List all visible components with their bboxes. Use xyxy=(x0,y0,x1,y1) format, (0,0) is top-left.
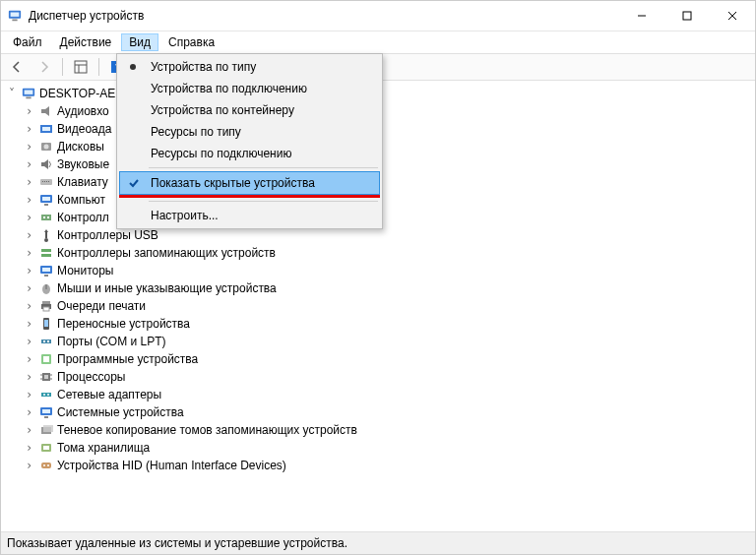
view-show-hidden-devices[interactable]: Показать скрытые устройства xyxy=(119,171,380,195)
svg-rect-28 xyxy=(44,204,48,206)
storage-icon xyxy=(38,245,54,261)
svg-rect-44 xyxy=(44,320,48,327)
tree-item[interactable]: ›Мониторы xyxy=(3,262,755,279)
expand-icon[interactable]: › xyxy=(23,123,35,136)
svg-rect-47 xyxy=(47,340,49,342)
view-devices-by-connection[interactable]: Устройства по подключению xyxy=(119,78,380,99)
svg-rect-63 xyxy=(43,425,53,432)
window-title: Диспетчер устройств xyxy=(29,9,144,23)
expand-icon[interactable]: › xyxy=(23,141,35,154)
tree-item[interactable]: ›Процессоры xyxy=(3,368,755,386)
menu-action[interactable]: Действие xyxy=(52,33,120,51)
check-icon xyxy=(126,175,142,191)
view-customize[interactable]: Настроить... xyxy=(119,205,380,226)
menu-label: Показать скрытые устройства xyxy=(151,176,315,190)
audio-icon xyxy=(38,103,54,119)
expand-icon[interactable]: › xyxy=(23,460,35,472)
computer-icon xyxy=(38,192,54,208)
svg-rect-31 xyxy=(47,216,49,218)
svg-rect-37 xyxy=(44,275,48,277)
tree-item-label: Системные устройства xyxy=(57,403,184,421)
tree-item[interactable]: ›Порты (COM и LPT) xyxy=(3,333,755,350)
tree-item-label: Мыши и иные указывающие устройства xyxy=(57,279,277,297)
tree-item-label: Программные устройства xyxy=(57,350,198,368)
expand-icon[interactable]: ˅ xyxy=(5,88,18,100)
tree-item-label: Процессоры xyxy=(57,368,126,386)
toolbar-separator xyxy=(98,58,99,76)
forward-button[interactable] xyxy=(32,55,56,79)
tree-item-label: Переносные устройства xyxy=(57,315,190,333)
expand-icon[interactable]: › xyxy=(23,389,35,401)
expand-icon[interactable]: › xyxy=(23,212,35,224)
expand-icon[interactable]: › xyxy=(23,336,35,348)
expand-icon[interactable]: › xyxy=(23,247,35,260)
svg-rect-17 xyxy=(42,127,50,131)
sound-icon xyxy=(38,156,54,172)
view-devices-by-type[interactable]: Устройства по типу xyxy=(119,56,380,78)
volume-icon xyxy=(38,440,54,456)
expand-icon[interactable]: › xyxy=(23,176,35,189)
computer-icon xyxy=(21,86,36,101)
expand-icon[interactable]: › xyxy=(23,158,35,171)
svg-rect-4 xyxy=(683,12,691,20)
expand-icon[interactable]: › xyxy=(23,318,35,331)
view-devices-by-container[interactable]: Устройства по контейнеру xyxy=(119,99,380,121)
disk-icon xyxy=(38,139,54,154)
svg-rect-61 xyxy=(44,416,48,418)
tree-item[interactable]: ›Программные устройства xyxy=(3,350,755,368)
tree-item[interactable]: ›Мыши и иные указывающие устройства xyxy=(3,279,755,297)
svg-rect-45 xyxy=(41,339,51,343)
svg-point-68 xyxy=(47,464,49,466)
minimize-button[interactable] xyxy=(619,1,664,31)
printer-icon xyxy=(38,298,54,314)
tree-item[interactable]: ›Теневое копирование томов запоминающих … xyxy=(3,421,755,439)
usb-icon xyxy=(38,227,54,243)
tree-root-label: DESKTOP-AE xyxy=(39,85,115,102)
svg-rect-40 xyxy=(42,301,50,304)
expand-icon[interactable]: › xyxy=(23,406,35,419)
expand-icon[interactable]: › xyxy=(23,442,35,455)
svg-rect-20 xyxy=(41,162,44,166)
menu-view[interactable]: Вид xyxy=(121,33,158,51)
close-button[interactable] xyxy=(710,1,755,31)
show-tree-button[interactable] xyxy=(69,55,93,79)
expand-icon[interactable]: › xyxy=(23,194,35,207)
tree-item-label: Теневое копирование томов запоминающих у… xyxy=(57,421,357,439)
statusbar-text: Показывает удаленные из системы и устаре… xyxy=(7,536,347,550)
expand-icon[interactable]: › xyxy=(23,371,35,384)
svg-point-67 xyxy=(43,464,45,466)
menu-file[interactable]: Файл xyxy=(5,33,50,51)
ports-icon xyxy=(38,334,54,349)
view-resources-by-type[interactable]: Ресурсы по типу xyxy=(119,121,380,143)
menubar: Файл Действие Вид Справка xyxy=(1,31,755,53)
tree-item[interactable]: ›Переносные устройства xyxy=(3,315,755,333)
tree-item[interactable]: ›Сетевые адаптеры xyxy=(3,386,755,403)
tree-item[interactable]: ›Контроллеры запоминающих устройств xyxy=(3,244,755,262)
expand-icon[interactable]: › xyxy=(23,265,35,278)
expand-icon[interactable]: › xyxy=(23,353,35,366)
svg-rect-30 xyxy=(43,216,45,218)
menu-label: Ресурсы по подключению xyxy=(151,147,291,160)
view-resources-by-connection[interactable]: Ресурсы по подключению xyxy=(119,143,380,164)
tree-item[interactable]: ›Очереди печати xyxy=(3,297,755,315)
tree-item[interactable]: ›Тома хранилища xyxy=(3,439,755,457)
expand-icon[interactable]: › xyxy=(23,229,35,242)
svg-rect-23 xyxy=(44,181,45,182)
expand-icon[interactable]: › xyxy=(23,300,35,313)
tree-item-label: Аудиовхо xyxy=(57,102,109,120)
svg-rect-65 xyxy=(43,446,49,450)
expand-icon[interactable]: › xyxy=(23,282,35,295)
expand-icon[interactable]: › xyxy=(23,105,35,118)
expand-icon[interactable]: › xyxy=(23,424,35,437)
svg-rect-2 xyxy=(12,20,17,22)
tree-item[interactable]: ›Системные устройства xyxy=(3,403,755,421)
hid-icon xyxy=(38,458,54,473)
back-button[interactable] xyxy=(5,55,29,79)
tree-item[interactable]: ›Устройства HID (Human Interface Devices… xyxy=(3,457,755,474)
mouse-icon xyxy=(38,280,54,296)
svg-rect-46 xyxy=(43,340,45,342)
maximize-button[interactable] xyxy=(664,1,710,31)
tree-item-label: Звуковые xyxy=(57,155,109,173)
menu-help[interactable]: Справка xyxy=(160,33,222,51)
menu-label: Устройства по подключению xyxy=(151,82,307,95)
